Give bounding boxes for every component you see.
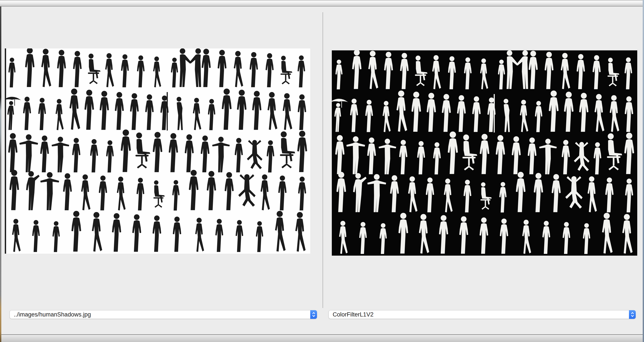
filter-select[interactable]: ColorFilterL1V2 <box>328 310 636 319</box>
window-bottom-bar <box>0 334 644 342</box>
filter-select-value: ColorFilterL1V2 <box>329 310 636 319</box>
source-image-select[interactable]: ../images/humanShadows.jpg <box>10 310 317 319</box>
source-image <box>5 48 310 254</box>
stepper-up-down-icon[interactable] <box>310 310 317 319</box>
filtered-image <box>332 50 637 256</box>
source-image-select-value: ../images/humanShadows.jpg <box>10 310 317 319</box>
app-window: ../images/humanShadows.jpg ColorFilterL1… <box>0 0 644 342</box>
desktop-edge-left <box>0 7 1 342</box>
stepper-up-down-icon[interactable] <box>629 310 636 319</box>
desktop-edge-right <box>643 0 644 342</box>
window-titlebar[interactable] <box>0 0 644 7</box>
panel-divider <box>322 12 323 308</box>
